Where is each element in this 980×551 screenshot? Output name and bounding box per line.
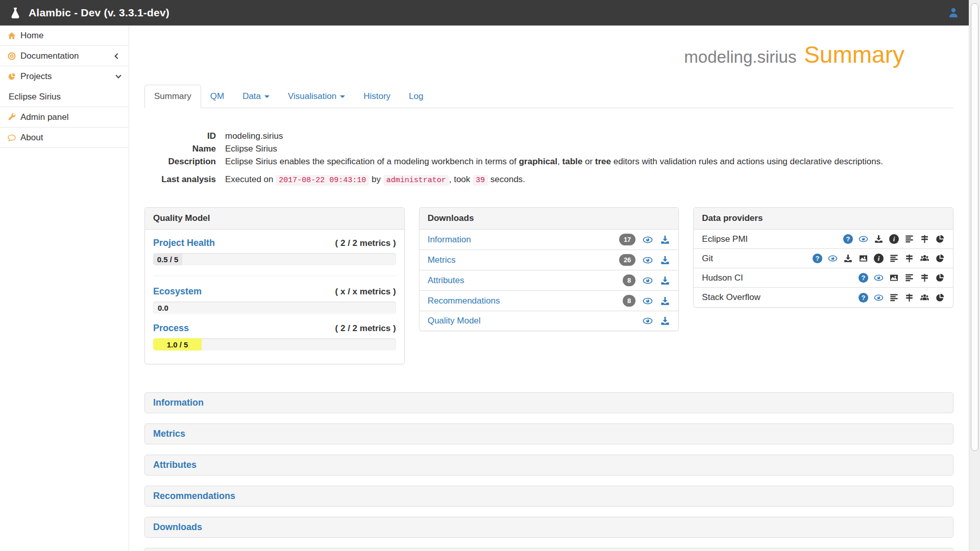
tab-history[interactable]: History	[354, 85, 400, 108]
provider-row-hudson-ci: Hudson CI	[694, 268, 953, 288]
pie-chart-icon[interactable]	[935, 234, 945, 244]
eye-icon[interactable]	[643, 296, 653, 306]
count-badge: 26	[619, 254, 635, 266]
signpost-icon[interactable]	[904, 254, 914, 263]
eye-icon[interactable]	[643, 276, 653, 286]
eye-icon[interactable]	[643, 235, 653, 245]
accordion-information[interactable]: Information	[144, 392, 953, 413]
accordion-recommendations[interactable]: Recommendations	[144, 486, 953, 507]
life-ring-icon	[7, 52, 20, 61]
panel-title: Downloads	[420, 208, 679, 230]
qm-section-ecosystem: Ecosystem ( x / x metrics )	[153, 286, 396, 297]
caret-down-icon	[264, 95, 270, 98]
sidebar-item-label: Admin panel	[20, 112, 69, 122]
pie-chart-icon[interactable]	[935, 293, 945, 303]
download-icon[interactable]	[660, 276, 670, 286]
download-row-quality-model: Quality Model	[420, 311, 679, 331]
detail-description: Description Eclipse Sirius enables the s…	[144, 155, 953, 168]
signpost-icon[interactable]	[904, 293, 914, 303]
sidebar-item-label: Home	[20, 31, 43, 41]
users-icon[interactable]	[920, 254, 929, 263]
info-circle-icon[interactable]	[889, 234, 899, 244]
users-icon[interactable]	[920, 293, 929, 303]
page-header: modeling.sirius Summary	[144, 41, 953, 72]
quality-model-panel: Quality Model Project Health ( 2 / 2 met…	[144, 207, 405, 364]
lines-icon[interactable]	[904, 273, 914, 283]
detail-name: Name Eclipse Sirius	[144, 142, 953, 155]
eye-icon[interactable]	[874, 293, 884, 303]
accordion-metrics[interactable]: Metrics	[144, 423, 953, 444]
info-circle-icon[interactable]	[874, 254, 884, 263]
pie-chart-icon[interactable]	[935, 254, 945, 263]
progress-label: 0.0	[158, 302, 168, 314]
signpost-icon[interactable]	[920, 273, 929, 283]
sidebar-item-home[interactable]: Home	[0, 26, 129, 46]
download-icon[interactable]	[660, 255, 670, 265]
qm-section-process: Process ( 2 / 2 metrics )	[153, 323, 396, 334]
sidebar-item-eclipse-sirius[interactable]: Eclipse Sirius	[0, 87, 129, 107]
process-link[interactable]: Process	[153, 323, 189, 334]
sidebar-item-label: Eclipse Sirius	[7, 92, 61, 102]
progress-label: 1.0 / 5	[167, 340, 188, 349]
data-providers-panel: Data providers Eclipse PMI Git	[693, 207, 953, 308]
downloads-panel: Downloads Information 17 Metrics 26 Attr…	[419, 207, 679, 331]
download-icon[interactable]	[660, 235, 670, 245]
accordion-figures[interactable]: Figures	[144, 548, 953, 551]
tab-bar: Summary QM Data Visualisation History Lo…	[144, 85, 953, 108]
detail-id: ID modeling.sirius	[144, 130, 953, 142]
tab-qm[interactable]: QM	[201, 85, 233, 108]
accordion-attributes[interactable]: Attributes	[144, 455, 953, 475]
provider-row-stack-overflow: Stack Overflow	[694, 288, 953, 307]
sidebar-item-projects[interactable]: Projects	[0, 66, 129, 87]
eye-icon[interactable]	[859, 234, 868, 244]
progress-label: 0.5 / 5	[157, 255, 179, 264]
page-title: Summary	[804, 41, 904, 68]
summary-panels: Quality Model Project Health ( 2 / 2 met…	[144, 207, 953, 364]
question-circle-icon[interactable]	[859, 293, 868, 303]
sidebar-item-documentation[interactable]: Documentation	[0, 46, 129, 66]
sidebar-item-label: Documentation	[20, 51, 79, 61]
qm-section-project-health: Project Health ( 2 / 2 metrics )	[153, 238, 396, 248]
tab-log[interactable]: Log	[400, 85, 432, 108]
question-circle-icon[interactable]	[859, 273, 868, 283]
project-health-link[interactable]: Project Health	[153, 238, 215, 248]
sidebar-item-admin-panel[interactable]: Admin panel	[0, 107, 129, 128]
pie-chart-icon[interactable]	[935, 273, 945, 283]
page-scrollbar[interactable]	[969, 0, 980, 551]
user-menu-button[interactable]	[947, 7, 960, 19]
lines-icon[interactable]	[889, 254, 899, 263]
eye-icon[interactable]	[828, 254, 838, 263]
question-circle-icon[interactable]	[843, 234, 853, 244]
question-circle-icon[interactable]	[813, 254, 822, 263]
metrics-count: ( 2 / 2 metrics )	[335, 238, 396, 248]
lines-icon[interactable]	[904, 234, 914, 244]
eye-icon[interactable]	[643, 255, 653, 265]
download-icon[interactable]	[660, 316, 670, 326]
main-content: modeling.sirius Summary Summary QM Data …	[129, 26, 969, 551]
accordion-downloads[interactable]: Downloads	[144, 517, 953, 538]
tab-data[interactable]: Data	[233, 85, 279, 108]
image-icon[interactable]	[889, 273, 899, 283]
download-icon[interactable]	[660, 296, 670, 306]
eye-icon[interactable]	[874, 273, 884, 283]
comment-icon	[7, 133, 20, 142]
sidebar-item-about[interactable]: About	[0, 128, 129, 148]
process-progressbar: 1.0 / 5	[153, 338, 396, 350]
download-icon[interactable]	[843, 254, 853, 263]
sidebar: Home Documentation Projects Eclipse Siri…	[0, 26, 129, 551]
image-icon[interactable]	[859, 254, 868, 263]
ecosystem-link[interactable]: Ecosystem	[153, 286, 202, 297]
top-navbar: Alambic - Dev (v. 3.3.1-dev)	[0, 0, 969, 26]
detail-last-analysis: Last analysis Executed on 2017-08-22 09:…	[144, 173, 953, 187]
download-icon[interactable]	[874, 234, 884, 244]
sidebar-item-label: Projects	[20, 71, 52, 82]
lines-icon[interactable]	[889, 293, 899, 303]
tab-visualisation[interactable]: Visualisation	[279, 85, 354, 108]
scrollbar-thumb[interactable]	[971, 3, 978, 451]
tab-summary[interactable]: Summary	[144, 85, 201, 108]
provider-row-eclipse-pmi: Eclipse PMI	[694, 230, 953, 249]
brand-link[interactable]: Alambic - Dev (v. 3.3.1-dev)	[9, 7, 169, 19]
eye-icon[interactable]	[643, 316, 653, 326]
signpost-icon[interactable]	[920, 234, 929, 244]
count-badge: 17	[619, 234, 635, 245]
